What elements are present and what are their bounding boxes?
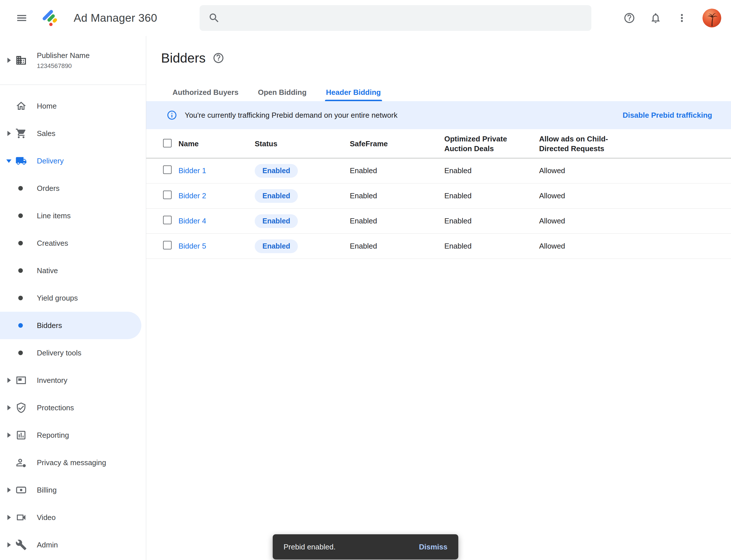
publisher-building-icon (15, 54, 27, 67)
banner-message: You're currently trafficking Prebid dema… (185, 111, 397, 120)
tab-authorized-buyers[interactable]: Authorized Buyers (163, 83, 248, 101)
sidebar-item-label: Protections (37, 403, 74, 412)
sidebar-item-creatives[interactable]: Creatives (0, 229, 146, 257)
dismiss-button[interactable]: Dismiss (419, 543, 447, 551)
menu-icon[interactable] (13, 9, 30, 27)
sidebar-item-label: Inventory (37, 376, 67, 385)
bidder-link[interactable]: Bidder 5 (179, 242, 206, 250)
wrench-icon (15, 539, 27, 551)
optimized-private-auction-deals-value: Enabled (444, 166, 539, 175)
row-checkbox[interactable] (163, 191, 172, 199)
tab-open-bidding[interactable]: Open Bidding (248, 83, 316, 101)
sidebar-item-delivery-tools[interactable]: Delivery tools (0, 339, 146, 367)
status-badge: Enabled (255, 164, 298, 178)
tab-bar: Authorized Buyers Open Bidding Header Bi… (146, 83, 731, 101)
optimized-private-auction-deals-value: Enabled (444, 191, 539, 200)
sidebar-item-label: Home (37, 102, 57, 111)
info-icon (167, 110, 177, 121)
sidebar-item-bidders[interactable]: Bidders (0, 312, 141, 339)
sidebar-item-billing[interactable]: Billing (0, 476, 146, 504)
row-checkbox[interactable] (163, 216, 172, 224)
search-input[interactable] (228, 13, 583, 23)
bullet-icon (18, 268, 23, 273)
sidebar-item-sales[interactable]: Sales (0, 120, 146, 147)
bidder-link[interactable]: Bidder 1 (179, 166, 206, 175)
status-badge: Enabled (255, 189, 298, 203)
bidder-link[interactable]: Bidder 2 (179, 191, 206, 200)
bidders-table: Name Status SafeFrame Optimized Private … (146, 129, 731, 259)
cart-icon (15, 127, 27, 140)
bullet-icon (18, 241, 23, 245)
expand-arrow-icon (7, 405, 11, 410)
bidder-link[interactable]: Bidder 4 (179, 217, 206, 225)
bar-chart-icon (15, 429, 27, 441)
child-directed-value: Allowed (539, 166, 731, 175)
sidebar-item-protections[interactable]: Protections (0, 394, 146, 421)
sidebar-item-label: Line items (37, 211, 71, 220)
optimized-private-auction-deals-value: Enabled (444, 242, 539, 251)
publisher-switcher[interactable]: Publisher Name 1234567890 (0, 36, 146, 85)
safeframe-value: Enabled (350, 191, 444, 200)
bullet-icon (18, 351, 23, 355)
search-bar[interactable] (200, 5, 591, 31)
main-content: Bidders Authorized Buyers Open Bidding H… (146, 36, 731, 560)
sidebar-item-video[interactable]: Video (0, 504, 146, 531)
table-row: Bidder 5 Enabled Enabled Enabled Allowed (146, 234, 731, 259)
sidebar-item-yield-groups[interactable]: Yield groups (0, 284, 146, 312)
notifications-icon[interactable] (646, 9, 665, 27)
sidebar: Publisher Name 1234567890 Home Sales (0, 36, 146, 560)
table-row: Bidder 2 Enabled Enabled Enabled Allowed (146, 183, 731, 209)
collapse-arrow-icon (6, 159, 11, 163)
sidebar-item-label: Admin (37, 541, 58, 549)
topbar: Ad Manager 360 (0, 0, 731, 36)
app-title: Ad Manager 360 (74, 0, 157, 36)
snackbar-message: Prebid enabled. (284, 543, 419, 551)
prebid-banner: You're currently trafficking Prebid dema… (146, 101, 731, 129)
optimized-private-auction-deals-value: Enabled (444, 217, 539, 225)
sidebar-nav: Home Sales Delivery Orders (0, 85, 146, 559)
avatar[interactable] (702, 9, 721, 27)
row-checkbox[interactable] (163, 165, 172, 174)
sidebar-item-admin[interactable]: Admin (0, 531, 146, 559)
expand-arrow-icon (7, 542, 11, 547)
sidebar-item-home[interactable]: Home (0, 92, 146, 120)
expand-arrow-icon (7, 58, 11, 63)
ad-manager-logo-icon (41, 7, 62, 29)
status-badge: Enabled (255, 239, 298, 253)
inventory-icon (15, 374, 27, 387)
child-directed-value: Allowed (539, 217, 731, 225)
sidebar-item-label: Yield groups (37, 294, 78, 303)
payments-icon (15, 484, 27, 496)
sidebar-item-reporting[interactable]: Reporting (0, 421, 146, 449)
sidebar-item-label: Video (37, 513, 56, 522)
page-help-icon[interactable] (213, 52, 225, 64)
column-header-safeframe: SafeFrame (350, 139, 444, 149)
sidebar-item-label: Delivery tools (37, 349, 81, 357)
child-directed-value: Allowed (539, 242, 731, 251)
shield-icon (15, 401, 27, 414)
expand-arrow-icon (7, 433, 11, 438)
bullet-icon (18, 323, 23, 328)
help-icon[interactable] (620, 9, 638, 27)
sidebar-item-label: Billing (37, 486, 57, 495)
topbar-actions (620, 0, 721, 36)
tab-header-bidding[interactable]: Header Bidding (317, 83, 390, 101)
select-all-checkbox[interactable] (163, 139, 172, 147)
sidebar-item-label: Sales (37, 129, 55, 138)
sidebar-item-native[interactable]: Native (0, 257, 146, 284)
sidebar-item-line-items[interactable]: Line items (0, 202, 146, 229)
status-badge: Enabled (255, 214, 298, 228)
more-vert-icon[interactable] (673, 9, 691, 27)
sidebar-item-delivery[interactable]: Delivery (0, 147, 146, 175)
sidebar-item-label: Privacy & messaging (37, 458, 106, 467)
row-checkbox[interactable] (163, 241, 172, 249)
video-camera-icon (15, 511, 27, 524)
table-header-row: Name Status SafeFrame Optimized Private … (146, 129, 731, 158)
sidebar-item-label: Orders (37, 184, 59, 193)
sidebar-item-inventory[interactable]: Inventory (0, 367, 146, 394)
sidebar-item-orders[interactable]: Orders (0, 175, 146, 202)
disable-prebid-trafficking-link[interactable]: Disable Prebid trafficking (622, 111, 712, 120)
sidebar-item-label: Delivery (37, 157, 64, 165)
sidebar-item-privacy-messaging[interactable]: Privacy & messaging (0, 449, 146, 476)
expand-arrow-icon (7, 515, 11, 520)
